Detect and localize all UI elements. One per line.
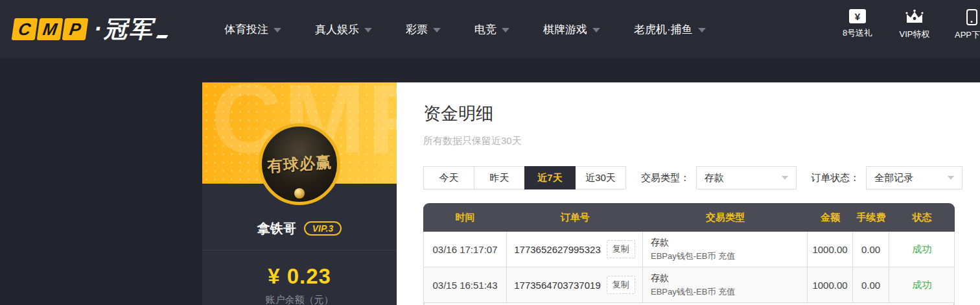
table-header: 时间 订单号 交易类型 金额 手续费 状态 bbox=[423, 203, 955, 232]
chevron-down-icon bbox=[433, 28, 441, 32]
account-balance: ¥ 0.23 bbox=[202, 264, 397, 289]
logo-letter-m: M bbox=[37, 18, 64, 40]
brand-logo[interactable]: C M P ·冠军 bbox=[13, 14, 167, 45]
header-transaction-type: 交易类型 bbox=[643, 203, 808, 232]
filter-controls: 今天 昨天 近7天 近30天 交易类型： 存款 订单状态： 全部记录 bbox=[423, 166, 962, 189]
table-body: 03/16 17:17:07 1773652627995323 复制 存款 EB… bbox=[423, 232, 955, 305]
cell-status: 成功 bbox=[889, 267, 955, 302]
transaction-type-line2: EBPay钱包-EB币 充值 bbox=[651, 286, 735, 298]
transaction-type-line1: 存款 bbox=[651, 273, 669, 284]
cell-status: 成功 bbox=[889, 232, 955, 267]
username: 拿铁哥 bbox=[257, 220, 296, 238]
transaction-type-line1: 存款 bbox=[651, 237, 669, 249]
gift-action-label: 8号送礼 bbox=[843, 27, 872, 39]
transaction-type-line2: EBPay钱包-EB币 充值 bbox=[651, 250, 735, 262]
logo-letter-p: P bbox=[62, 18, 89, 40]
cell-order-no: 1773652627995323 复制 bbox=[507, 232, 643, 267]
gift-action[interactable]: ¥ 8号送礼 bbox=[839, 9, 876, 41]
transaction-type-select[interactable]: 存款 bbox=[696, 166, 797, 189]
order-status-select[interactable]: 全部记录 bbox=[866, 166, 962, 189]
profile-sidebar: CMP 有球必赢 拿铁哥 VIP.3 ¥ 0.23 账户余额（元） bbox=[202, 82, 397, 305]
nav-item-slots-fishing[interactable]: 老虎机·捕鱼 bbox=[634, 22, 706, 37]
main-nav-menu: 体育投注 真人娱乐 彩票 电竞 棋牌游戏 老虎机·捕鱼 bbox=[224, 22, 706, 37]
date-range-tabs: 今天 昨天 近7天 近30天 bbox=[423, 166, 626, 189]
app-download-label: APP下载 bbox=[955, 29, 980, 41]
page-subtitle: 所有数据只保留近30天 bbox=[423, 135, 522, 147]
header-fee: 手续费 bbox=[853, 203, 889, 232]
order-status-label: 订单状态： bbox=[811, 172, 859, 184]
vip-action-label: VIP特权 bbox=[900, 29, 930, 40]
table-row: 03/16 17:17:07 1773652627995323 复制 存款 EB… bbox=[424, 232, 954, 267]
logo-letter-c: C bbox=[12, 18, 38, 40]
logo-tail-decoration bbox=[156, 35, 169, 38]
sidebar-divider bbox=[202, 250, 397, 250]
header-order-no: 订单号 bbox=[507, 203, 643, 232]
cell-time: 03/15 16:51:43 bbox=[424, 267, 507, 302]
gift-icon: ¥ bbox=[849, 9, 866, 23]
tab-yesterday[interactable]: 昨天 bbox=[474, 166, 525, 189]
vip-level-badge: VIP.3 bbox=[304, 221, 342, 236]
funds-detail-panel: 资金明细 所有数据只保留近30天 今天 昨天 近7天 近30天 交易类型： 存款… bbox=[397, 82, 980, 305]
chevron-down-icon bbox=[274, 28, 281, 32]
soccer-ball-decoration bbox=[294, 188, 305, 199]
cell-transaction-type: 存款 EBPay钱包-EB币 充值 bbox=[643, 267, 808, 302]
nav-item-live-casino[interactable]: 真人娱乐 bbox=[315, 22, 372, 37]
nav-item-esports[interactable]: 电竞 bbox=[474, 22, 509, 37]
avatar-slogan: 有球必赢 bbox=[266, 152, 332, 177]
nav-item-lottery[interactable]: 彩票 bbox=[406, 22, 441, 37]
cell-order-no: 1773564703737019 复制 bbox=[507, 267, 643, 302]
top-nav: C M P ·冠军 体育投注 真人娱乐 彩票 电竞 棋牌游戏 老虎机·捕鱼 bbox=[0, 0, 980, 58]
avatar[interactable]: 有球必赢 bbox=[259, 123, 340, 205]
nav-item-label: 棋牌游戏 bbox=[543, 22, 587, 37]
crown-icon bbox=[905, 9, 924, 25]
transaction-type-label: 交易类型： bbox=[641, 172, 690, 184]
phone-icon bbox=[966, 9, 977, 25]
cell-fee: 0.00 bbox=[853, 232, 889, 267]
cell-amount: 1000.00 bbox=[808, 232, 853, 267]
page-title: 资金明细 bbox=[423, 102, 493, 125]
logo-suffix: ·冠军 bbox=[94, 14, 154, 45]
chevron-down-icon bbox=[592, 28, 600, 32]
header-status: 状态 bbox=[889, 203, 955, 232]
chevron-down-icon bbox=[698, 28, 706, 32]
transaction-type-value: 存款 bbox=[705, 172, 724, 184]
chevron-down-icon bbox=[502, 28, 509, 32]
cell-fee: 0.00 bbox=[853, 267, 889, 302]
nav-item-label: 老虎机·捕鱼 bbox=[634, 22, 693, 37]
nav-item-label: 体育投注 bbox=[224, 22, 268, 37]
balance-label: 账户余额（元） bbox=[202, 294, 397, 305]
header-amount: 金额 bbox=[808, 203, 853, 232]
table-row: 03/15 16:51:43 1773564703737019 复制 存款 EB… bbox=[424, 267, 954, 303]
order-status-value: 全部记录 bbox=[874, 172, 913, 184]
order-number: 1773652627995323 bbox=[514, 244, 600, 255]
copy-button[interactable]: 复制 bbox=[607, 276, 635, 294]
nav-item-label: 彩票 bbox=[406, 22, 428, 37]
chevron-down-icon bbox=[782, 176, 788, 180]
tab-today[interactable]: 今天 bbox=[423, 166, 474, 189]
nav-item-label: 真人娱乐 bbox=[315, 22, 359, 37]
order-number: 1773564703737019 bbox=[514, 280, 600, 291]
chevron-down-icon bbox=[364, 28, 372, 32]
user-row: 拿铁哥 VIP.3 bbox=[202, 219, 397, 238]
copy-button[interactable]: 复制 bbox=[607, 240, 635, 258]
app-download-action[interactable]: APP下载 bbox=[953, 9, 980, 41]
cell-time: 03/16 17:17:07 bbox=[424, 232, 507, 267]
chevron-down-icon bbox=[948, 176, 954, 180]
header-time: 时间 bbox=[423, 203, 507, 232]
nav-item-sports[interactable]: 体育投注 bbox=[224, 22, 281, 37]
vip-privilege-action[interactable]: VIP特权 bbox=[896, 9, 933, 41]
cell-transaction-type: 存款 EBPay钱包-EB币 充值 bbox=[643, 232, 808, 267]
tab-last-30-days[interactable]: 近30天 bbox=[575, 166, 626, 189]
cell-amount: 1000.00 bbox=[808, 267, 853, 302]
nav-item-board-games[interactable]: 棋牌游戏 bbox=[543, 22, 600, 37]
nav-actions: ¥ 8号送礼 VIP特权 APP下载 bbox=[839, 9, 980, 41]
nav-item-label: 电竞 bbox=[474, 22, 496, 37]
tab-last-7-days[interactable]: 近7天 bbox=[524, 166, 576, 189]
transactions-table: 时间 订单号 交易类型 金额 手续费 状态 03/16 17:17:07 177… bbox=[423, 203, 955, 305]
